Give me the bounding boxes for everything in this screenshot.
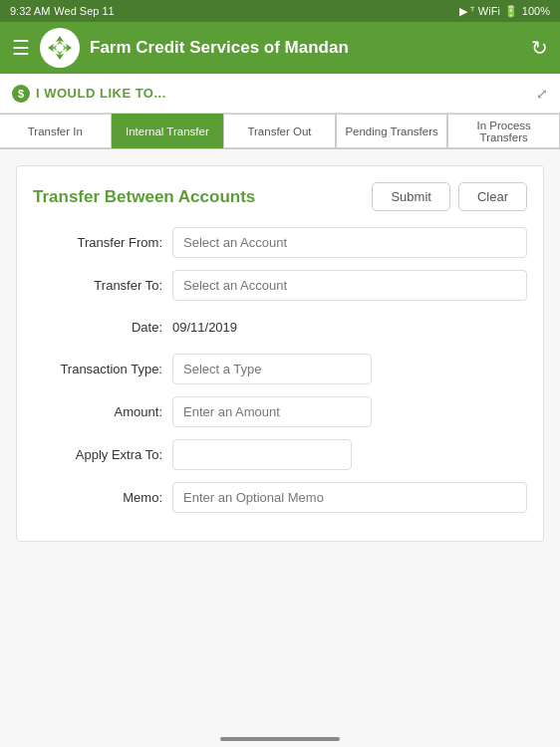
tab-pending-transfers[interactable]: Pending Transfers [336,114,448,148]
battery-level: 100% [522,5,550,17]
tab-transfer-out[interactable]: Transfer Out [223,114,336,148]
hamburger-icon[interactable]: ☰ [12,36,30,60]
svg-marker-8 [57,44,63,52]
would-like-bar: $ I WOULD LIKE TO... ⤢ [0,74,560,114]
apply-extra-to-row: Apply Extra To: [33,439,527,470]
logo-svg [46,34,74,62]
amount-label: Amount: [33,404,172,419]
date-label: Date: [33,320,172,335]
form-header: Transfer Between Accounts Submit Clear [33,182,527,211]
signal-icon: ▶ ᵀ [459,5,474,18]
transfer-to-row: Transfer To: [33,270,527,301]
apply-extra-to-label: Apply Extra To: [33,447,172,462]
home-indicator [220,737,340,741]
would-like-label: I WOULD LIKE TO... [36,86,166,101]
tab-in-process-transfers[interactable]: In Process Transfers [447,114,560,148]
date-row: Date: 09/11/2019 [33,313,527,342]
tab-internal-transfer[interactable]: Internal Transfer [112,114,224,148]
transaction-type-input[interactable] [172,354,372,384]
amount-input[interactable] [172,396,372,427]
transfer-from-row: Transfer From: [33,227,527,258]
amount-row: Amount: [33,396,527,427]
app-header: ☰ Farm Credit Services of Mandan ↻ [0,22,560,74]
transfer-form-card: Transfer Between Accounts Submit Clear T… [16,165,544,542]
memo-input[interactable] [172,482,527,513]
memo-label: Memo: [33,490,172,505]
transfer-to-label: Transfer To: [33,278,172,293]
battery-icon: 🔋 [504,5,518,18]
tabs-container: Transfer In Internal Transfer Transfer O… [0,114,560,149]
form-actions: Submit Clear [372,182,527,211]
dollar-badge: $ [12,85,30,103]
status-time: 9:32 AM [10,5,50,17]
memo-row: Memo: [33,482,527,513]
wifi-icon: WiFi [478,5,500,17]
status-bar: 9:32 AM Wed Sep 11 ▶ ᵀ WiFi 🔋 100% [0,0,560,22]
apply-extra-to-input[interactable] [172,439,352,470]
transfer-from-label: Transfer From: [33,235,172,250]
transaction-type-label: Transaction Type: [33,362,172,376]
main-content: Transfer Between Accounts Submit Clear T… [0,149,560,747]
date-value: 09/11/2019 [172,313,237,342]
transfer-from-input[interactable] [172,227,527,258]
transfer-to-input[interactable] [172,270,527,301]
app-logo [40,28,80,68]
clear-button[interactable]: Clear [458,182,527,211]
refresh-icon[interactable]: ↻ [531,36,548,60]
transaction-type-row: Transaction Type: [33,354,527,384]
form-title: Transfer Between Accounts [33,187,255,207]
status-day: Wed Sep 11 [54,5,114,17]
tab-transfer-in[interactable]: Transfer In [0,114,112,148]
app-title: Farm Credit Services of Mandan [90,38,349,58]
submit-button[interactable]: Submit [372,182,449,211]
expand-icon[interactable]: ⤢ [536,86,548,102]
